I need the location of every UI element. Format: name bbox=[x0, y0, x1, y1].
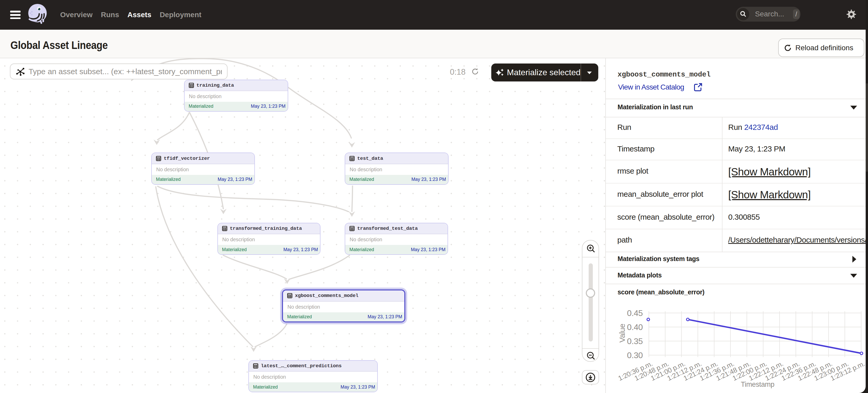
svg-text:0.35: 0.35 bbox=[627, 336, 643, 346]
svg-text:0.45: 0.45 bbox=[627, 308, 643, 318]
svg-text:0.40: 0.40 bbox=[627, 323, 643, 332]
svg-text:Value: Value bbox=[618, 324, 626, 343]
svg-text:Timestamp: Timestamp bbox=[741, 381, 775, 388]
svg-text:0.30: 0.30 bbox=[627, 351, 643, 360]
